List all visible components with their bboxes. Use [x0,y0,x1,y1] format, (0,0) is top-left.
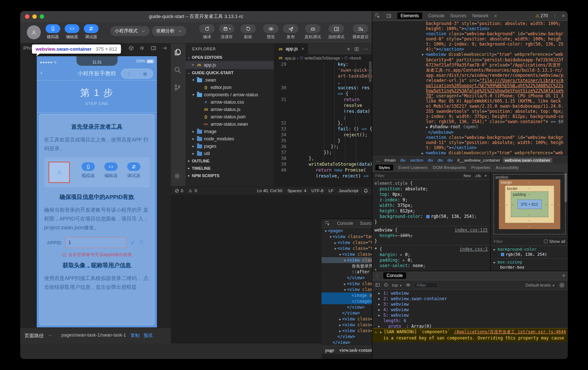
console-filter-input[interactable]: Filter [414,282,438,288]
breadcrumb-item[interactable]: webview.swan-container [503,158,552,163]
code-line[interactable]: 39writeDataToStorage(data) { [274,161,372,167]
code-line[interactable]: ; [274,114,372,120]
gear-icon[interactable] [174,173,180,179]
action-远程调试[interactable]: 远程调试 [325,24,347,40]
expand-arrow-icon[interactable]: ▶ [378,291,380,296]
breadcrumb-item[interactable]: div [398,158,408,163]
preview-path-button[interactable]: 预览 [144,333,153,339]
close-devtools-icon[interactable]: × [562,13,565,19]
code-line[interactable]: (resolve, reject) => { [274,173,372,178]
code-line[interactable]: 32}, [274,120,372,126]
more-options-icon[interactable]: ⋮ [553,13,557,18]
split-editor-icon[interactable] [354,46,359,52]
expand-arrow-icon[interactable]: ▶ [338,322,342,328]
code-line[interactable]: resolve [274,103,372,108]
breadcrumb-item[interactable]: #__webview_container [455,158,502,163]
tab-elements[interactable]: Elements [397,12,422,19]
explorer-icon[interactable] [174,49,181,56]
sidebar-tab-dom-breakpoints[interactable]: DOM Breakpoints [433,165,466,170]
code-line[interactable]: 34reject(); [274,132,372,138]
search-icon[interactable] [174,66,181,73]
device-icon[interactable] [151,45,156,51]
styles-filter-input[interactable]: Filter [375,173,385,178]
tab-appjs[interactable]: JS app.js × [274,43,308,54]
page-path-label[interactable]: 页面路径 [25,333,44,339]
computed-property[interactable]: ▶ background-colorrgb(50, 136, 254) [491,246,568,259]
file-tree-item[interactable]: ▾.swan [186,76,274,84]
style-property[interactable]: top: 0px; [374,192,488,197]
action-清缓存[interactable]: ▾清缓存 [216,24,238,40]
expand-arrow-icon[interactable]: ▼ [343,258,347,263]
code-line[interactable]: 36}); [274,144,372,150]
copy-path-button[interactable]: 复制 [130,333,140,339]
code-line[interactable]: 37}); [274,150,372,155]
element-line[interactable]: </webview> [372,130,568,135]
code-line[interactable]: 'swan-quick-st [274,67,372,73]
code-line[interactable]: => { [274,91,372,97]
breadcrumb-item[interactable]: writeDataToStorage [305,56,340,60]
device-toolbar-icon[interactable] [386,13,391,18]
stylesheet-link[interactable]: index.css:1 [460,247,488,252]
file-tree-item[interactable]: ▸pages [186,143,274,150]
code-line[interactable]: (res.data) [274,108,372,114]
warnings-badge[interactable]: ⚠270 [535,13,548,18]
sidebar-tab-event-listeners[interactable]: Event Listeners [398,165,427,170]
phone-screen[interactable]: 11:31 100% ‹ 小程序新手教程 ⋮ ⊗ 第 1 步 STEP ONE [37,56,157,327]
stylesheet-link[interactable]: index.css:115 [455,227,488,233]
breadcrumb-item[interactable]: section [408,158,425,163]
new-rule-button[interactable]: + [484,173,487,178]
back-chevron-icon[interactable]: ‹ [40,69,42,76]
code-line[interactable]: 33fail: () => { [274,126,372,132]
open-editors-section[interactable]: ⌄OPEN EDITORS [186,54,274,61]
style-property[interactable]: padding: ▸ 0; [374,258,488,263]
close-console-icon[interactable]: × [562,273,565,279]
appid-input[interactable]: 1 [65,237,127,248]
computed-filter-input[interactable]: Filter [494,239,503,244]
bell-icon[interactable] [363,188,368,193]
minimize-window-button[interactable] [32,14,37,19]
expand-arrow-icon[interactable]: ▼ [333,246,337,252]
style-property[interactable]: height: 812px; [374,208,488,214]
tab-console[interactable]: Console [383,272,406,279]
tab-network[interactable]: Network [472,13,488,18]
open-editor-item[interactable]: × JS app.js [186,61,274,69]
inspect-icon[interactable] [325,221,330,226]
dropdown-2[interactable]: 依赖分析 [152,26,186,36]
sidebar-panel-OUTLINE[interactable]: ▸OUTLINE [186,157,274,165]
clear-console-icon[interactable] [384,283,388,287]
close-miniapp-icon[interactable]: ⊗ [137,71,153,77]
breadcrumb-item[interactable]: <functi [349,56,361,60]
hov-toggle[interactable]: :hov [463,173,471,178]
breadcrumb-item[interactable]: page [325,347,334,353]
element-line[interactable]: ▶ <webview disablewebsecurity="true" web… [372,150,568,156]
style-property[interactable]: height: 100%; [374,233,488,238]
eol[interactable]: LF [329,188,333,193]
file-tree-item[interactable]: ▸image [186,128,274,135]
element-line[interactable]: <section class="webview-background" id="… [372,31,568,52]
source-control-icon[interactable] [174,84,181,91]
language-mode[interactable]: JavaScript [338,188,358,193]
console-row[interactable]: ▶4: webview [372,307,568,313]
action-搜索建议[interactable]: 搜索建议 [349,24,372,40]
close-window-button[interactable] [25,14,29,19]
breadcrumb-item[interactable]: view.task-container [340,347,377,353]
drag-handle-icon[interactable]: ⋮ [375,273,380,278]
breadcrumb-item[interactable]: div [426,158,435,163]
expand-arrow-icon[interactable]: ▶ [338,328,342,334]
inspect-icon[interactable] [375,13,380,18]
expand-arrow-icon[interactable]: ▶ [422,151,426,155]
expand-arrow-icon[interactable]: ▼ [329,234,333,240]
file-tree-item[interactable]: #arrow-status.css [186,98,274,106]
toggle-list-icon[interactable]: ≡ [347,46,350,52]
breadcrumb-item[interactable]: app.js [285,56,295,60]
code-line[interactable]: 31return [274,97,372,103]
tab-console[interactable]: Console [428,13,444,18]
show-all-checkbox[interactable] [544,240,548,243]
indentation[interactable]: Spaces: 4 [287,188,306,193]
sidebar-panel-TIMELINE[interactable]: ▸TIMELINE [186,165,274,172]
breadcrumb-item[interactable]: div [445,158,455,163]
sidebar-tab-styles[interactable]: Styles [375,165,393,170]
expand-arrow-icon[interactable]: ▼ [338,252,342,258]
context-selector[interactable]: top ▼ [392,283,402,287]
file-tree-item[interactable]: <>arrow-status.swan [186,121,274,128]
